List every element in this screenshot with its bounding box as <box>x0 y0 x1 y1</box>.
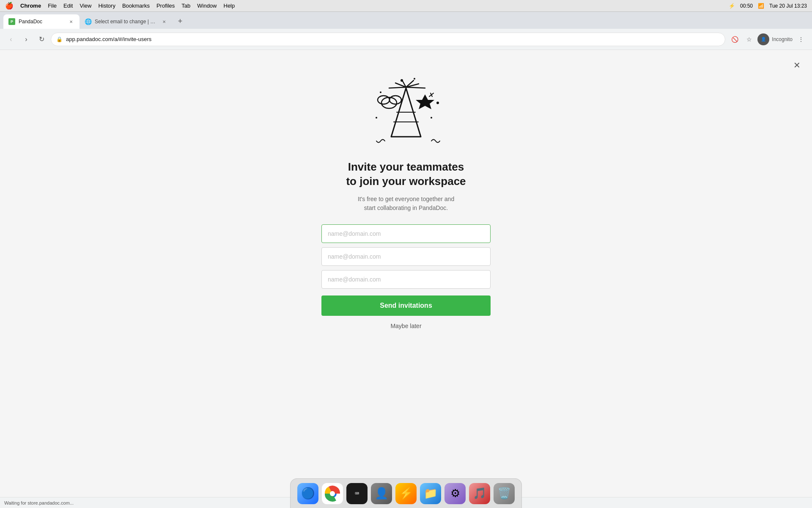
tab-pandadoc-close[interactable]: ✕ <box>68 18 74 25</box>
tab-email-close[interactable]: ✕ <box>161 18 167 25</box>
menu-file[interactable]: File <box>48 3 57 9</box>
invite-container: Invite your teammates to join your works… <box>321 50 491 329</box>
dock-chrome[interactable] <box>322 483 343 504</box>
dock-app1[interactable]: ⚡ <box>395 483 417 504</box>
dock-trash[interactable]: 🗑️ <box>494 483 515 504</box>
email-input-3[interactable] <box>321 270 491 289</box>
page-content: ✕ <box>0 50 812 497</box>
email-input-1[interactable] <box>321 224 491 243</box>
dock-finder[interactable]: 🔵 <box>297 483 318 504</box>
email-input-2[interactable] <box>321 247 491 266</box>
menu-bookmarks[interactable]: Bookmarks <box>122 3 150 9</box>
svg-point-13 <box>401 79 403 82</box>
address-bar: ‹ › ↻ 🔒 app.pandadoc.com/a/#/invite-user… <box>0 29 812 50</box>
tab-email-title: Select email to change | Djang… <box>95 19 157 25</box>
menu-chrome[interactable]: Chrome <box>20 3 41 9</box>
email-inputs-container <box>321 224 491 289</box>
profile-button[interactable]: 👤 <box>757 33 769 45</box>
bookmark-icon[interactable]: ☆ <box>743 33 755 45</box>
invite-subtext: It's free to get everyone together andst… <box>358 195 454 213</box>
maybe-later-link[interactable]: Maybe later <box>390 323 421 329</box>
menu-edit[interactable]: Edit <box>63 3 73 9</box>
tab-pandadoc-title: PandaDoc <box>19 19 64 25</box>
new-tab-button[interactable]: + <box>174 15 186 27</box>
svg-point-18 <box>431 117 432 119</box>
close-button[interactable]: ✕ <box>790 58 804 72</box>
svg-point-24 <box>330 491 335 496</box>
profile-icon: 👤 <box>761 37 766 41</box>
menu-help[interactable]: Help <box>224 3 235 9</box>
svg-line-8 <box>389 87 406 88</box>
svg-point-14 <box>414 78 415 80</box>
menu-bar: 🍎 Chrome File Edit View History Bookmark… <box>0 0 812 12</box>
svg-point-20 <box>436 102 439 104</box>
menu-tab[interactable]: Tab <box>181 3 190 9</box>
dock: 🔵 ⌨ 👤 ⚡ 📁 ⚙ 🎵 🗑️ <box>290 478 522 508</box>
reload-button[interactable]: ↻ <box>36 33 47 45</box>
svg-point-12 <box>378 96 390 104</box>
svg-marker-9 <box>416 94 434 109</box>
celebration-illustration <box>359 75 453 152</box>
wifi-icon: 📶 <box>758 3 764 9</box>
email-favicon: 🌐 <box>85 18 91 25</box>
pandadoc-favicon: P <box>8 18 15 25</box>
svg-point-19 <box>376 117 377 119</box>
send-invitations-button[interactable]: Send invitations <box>321 295 491 316</box>
menu-bar-left: 🍎 Chrome File Edit View History Bookmark… <box>5 2 235 10</box>
address-bar-right: 🚫 ☆ 👤 Incognito ⋮ <box>729 33 807 45</box>
dock-app3[interactable]: ⚙ <box>444 483 466 504</box>
tab-email[interactable]: 🌐 Select email to change | Djang… ✕ <box>80 14 173 29</box>
no-camera-icon[interactable]: 🚫 <box>729 33 741 45</box>
heading-line1: Invite your teammates <box>346 160 466 174</box>
forward-button[interactable]: › <box>20 33 32 45</box>
menu-window[interactable]: Window <box>197 3 217 9</box>
battery-time: 00:50 <box>740 3 753 9</box>
tab-bar: P PandaDoc ✕ 🌐 Select email to change | … <box>0 12 812 29</box>
incognito-label: Incognito <box>772 36 793 42</box>
invite-heading: Invite your teammates to join your works… <box>346 160 466 189</box>
svg-point-17 <box>380 91 381 93</box>
dock-contacts[interactable]: 👤 <box>371 483 392 504</box>
url-bar[interactable]: 🔒 app.pandadoc.com/a/#/invite-users <box>51 33 725 46</box>
dock-app4[interactable]: 🎵 <box>469 483 490 504</box>
apple-menu[interactable]: 🍎 <box>5 2 14 10</box>
dock-terminal[interactable]: ⌨ <box>346 483 368 504</box>
back-button[interactable]: ‹ <box>5 33 17 45</box>
menu-view[interactable]: View <box>80 3 91 9</box>
menu-history[interactable]: History <box>98 3 115 9</box>
chrome-window: P PandaDoc ✕ 🌐 Select email to change | … <box>0 12 812 508</box>
lock-icon: 🔒 <box>56 36 63 42</box>
clock: Tue 20 Jul 13:23 <box>769 3 807 9</box>
svg-line-7 <box>406 87 425 88</box>
menu-dots-button[interactable]: ⋮ <box>795 33 807 45</box>
battery-lightning: ⚡ <box>729 3 735 9</box>
menu-profiles[interactable]: Profiles <box>156 3 175 9</box>
menu-bar-right: ⚡ 00:50 📶 Tue 20 Jul 13:23 <box>729 3 807 9</box>
dock-app2[interactable]: 📁 <box>420 483 441 504</box>
tab-pandadoc[interactable]: P PandaDoc ✕ <box>3 14 80 29</box>
url-text: app.pandadoc.com/a/#/invite-users <box>66 36 151 42</box>
status-text: Waiting for store.pandadoc.com... <box>4 500 74 505</box>
heading-line2: to join your workspace <box>346 174 466 189</box>
